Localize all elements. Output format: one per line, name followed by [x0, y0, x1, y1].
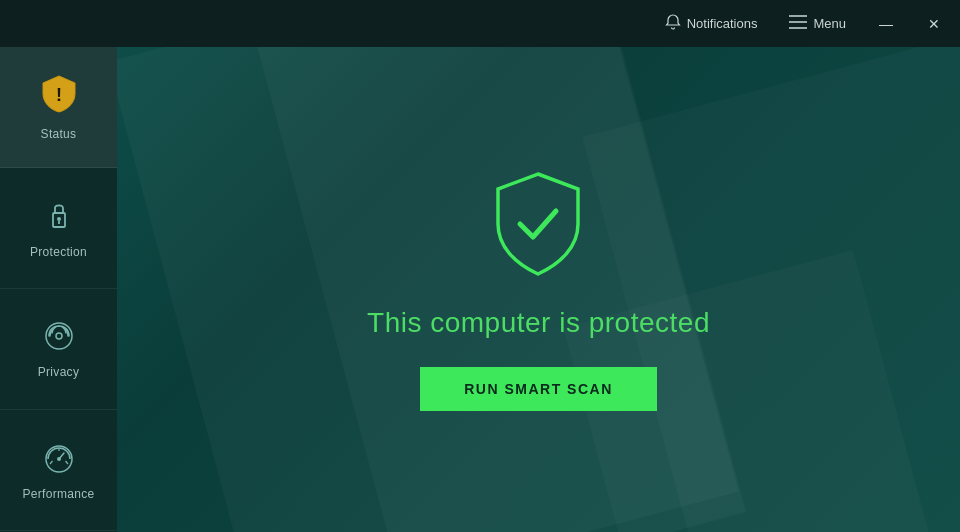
notifications-button[interactable]: Notifications [659, 10, 764, 37]
app-body: ! Status Protection [0, 47, 960, 532]
titlebar: Notifications Menu — ✕ [0, 0, 960, 47]
svg-text:!: ! [56, 85, 62, 105]
svg-point-5 [57, 217, 61, 221]
center-content: This computer is protected RUN SMART SCA… [367, 169, 710, 411]
run-smart-scan-button[interactable]: RUN SMART SCAN [420, 367, 657, 411]
main-content: This computer is protected RUN SMART SCA… [117, 47, 960, 532]
sidebar-item-protection[interactable]: Protection [0, 168, 117, 289]
protected-shield-icon [488, 169, 588, 279]
close-icon: ✕ [928, 16, 940, 32]
svg-point-8 [56, 333, 62, 339]
notifications-label: Notifications [687, 16, 758, 31]
svg-point-14 [57, 457, 61, 461]
sidebar-item-privacy[interactable]: Privacy [0, 289, 117, 410]
close-button[interactable]: ✕ [920, 10, 948, 38]
menu-button[interactable]: Menu [783, 11, 852, 36]
status-text: This computer is protected [367, 307, 710, 339]
bell-icon [665, 14, 681, 33]
titlebar-actions: Notifications Menu — ✕ [659, 10, 948, 38]
sidebar-item-performance-label: Performance [23, 487, 95, 501]
svg-line-10 [50, 461, 53, 464]
protection-icon [45, 198, 73, 237]
sidebar-item-status-label: Status [41, 127, 77, 141]
status-icon: ! [41, 74, 77, 119]
menu-icon [789, 15, 807, 32]
sidebar-item-status[interactable]: ! Status [0, 47, 117, 168]
svg-line-11 [65, 461, 68, 464]
minimize-icon: — [879, 16, 893, 32]
sidebar-item-performance[interactable]: Performance [0, 410, 117, 531]
sidebar-item-privacy-label: Privacy [38, 365, 79, 379]
sidebar-item-protection-label: Protection [30, 245, 87, 259]
sidebar: ! Status Protection [0, 47, 117, 532]
minimize-button[interactable]: — [872, 10, 900, 38]
shield-container [488, 169, 588, 279]
privacy-icon [43, 320, 75, 357]
performance-icon [42, 440, 76, 479]
menu-label: Menu [813, 16, 846, 31]
